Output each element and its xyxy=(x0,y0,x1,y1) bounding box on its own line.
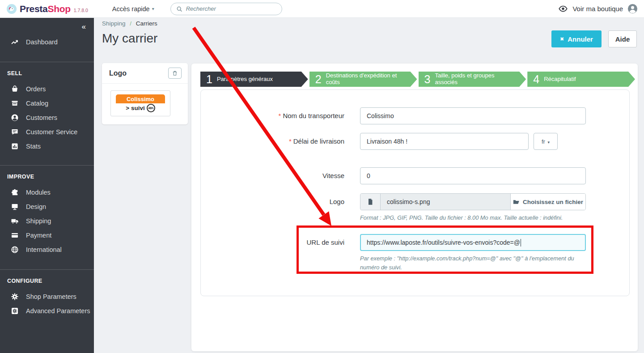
sidebar-item-label: Advanced Parameters xyxy=(26,307,90,315)
sidebar-item-design[interactable]: Design xyxy=(0,200,94,214)
wizard-step-1-general-settings[interactable]: 1 Paramètres généraux xyxy=(200,72,308,87)
sidebar-item-stats[interactable]: Stats xyxy=(0,139,94,153)
step-label: Destinations d'expédition et coûts xyxy=(326,72,404,86)
breadcrumb: Shipping / Carriers xyxy=(102,20,157,27)
sidebar-section-improve: IMPROVE xyxy=(0,166,94,185)
sidebar-item-label: Shop Parameters xyxy=(26,293,76,300)
language-selector-button[interactable]: fr ▾ xyxy=(534,133,558,150)
breadcrumb-carriers[interactable]: Carriers xyxy=(136,20,157,27)
speed-label: Vitesse xyxy=(200,172,344,179)
sidebar-item-label: Payment xyxy=(26,232,51,239)
sidebar-item-modules[interactable]: Modules xyxy=(0,185,94,200)
prestashop-logo[interactable]: PrestaShop 1.7.8.0 xyxy=(6,4,88,14)
file-icon xyxy=(367,198,374,205)
sidebar-item-label: International xyxy=(26,246,62,253)
sidebar-item-label: Stats xyxy=(26,143,41,150)
sidebar-item-label: Orders xyxy=(26,85,46,93)
tracking-url-label: URL de suivi xyxy=(200,238,344,246)
colissimo-48h-badge: 48h xyxy=(147,104,155,112)
view-shop-link[interactable]: Voir ma boutique xyxy=(572,5,623,13)
step-number: 2 xyxy=(315,72,322,87)
store-icon xyxy=(11,99,19,107)
bar-chart-icon xyxy=(11,142,19,150)
logo-card-title: Logo xyxy=(109,69,127,77)
logo-help-text: Format : JPG, GIF, PNG. Taille du fichie… xyxy=(360,213,588,222)
basket-icon xyxy=(11,85,19,93)
logo-filename: colissimo-s.png xyxy=(381,194,510,210)
wizard-step-2-shipping-destinations[interactable]: 2 Destinations d'expédition et coûts xyxy=(309,72,417,87)
transit-time-input[interactable] xyxy=(360,133,529,150)
chevron-down-icon: ▾ xyxy=(548,140,550,145)
puzzle-icon xyxy=(11,188,19,196)
carrier-logo-preview: Colissimo > suivi 48h xyxy=(110,90,170,116)
speed-input[interactable] xyxy=(360,167,586,184)
choose-file-button[interactable]: Choisissez un fichier xyxy=(510,194,585,210)
logo-file-input: colissimo-s.png Choisissez un fichier xyxy=(360,193,586,210)
gear-square-icon xyxy=(11,307,19,315)
step-number: 4 xyxy=(533,72,539,87)
global-search[interactable] xyxy=(170,3,282,15)
sidebar-item-label: Modules xyxy=(26,189,51,196)
cancel-button[interactable]: ✖ Annuler xyxy=(551,30,602,47)
wizard-step-4-summary[interactable]: 4 Récapitulatif xyxy=(527,72,635,87)
sidebar: « Dashboard SELL Orders Catalog Customer… xyxy=(0,18,94,353)
sidebar-item-label: Design xyxy=(26,203,46,210)
sidebar-item-dashboard[interactable]: Dashboard xyxy=(0,33,94,51)
text-cursor xyxy=(521,239,521,247)
wizard-step-3-size-weight-groups[interactable]: 3 Taille, poids et groupes associés xyxy=(419,72,526,87)
top-header: PrestaShop 1.7.8.0 Accès rapide ▾ Voir m… xyxy=(0,0,644,18)
sidebar-item-customer-service[interactable]: Customer Service xyxy=(0,125,94,139)
colissimo-logo-title: Colissimo xyxy=(116,94,165,103)
file-icon-cell xyxy=(360,194,381,210)
monitor-icon xyxy=(11,203,19,211)
tracking-url-value: https://www.laposte.fr/outils/suivre-vos… xyxy=(367,239,520,246)
carrier-name-label: *Nom du transporteur xyxy=(200,112,344,119)
carrier-name-input[interactable] xyxy=(360,107,586,124)
step-number: 3 xyxy=(424,72,431,87)
logo-card: Logo Colissimo > suivi 48h xyxy=(102,63,188,124)
sidebar-item-label: Catalog xyxy=(26,100,48,107)
breadcrumb-shipping[interactable]: Shipping xyxy=(102,20,126,27)
step-label: Paramètres généraux xyxy=(217,76,273,83)
version-label: 1.7.8.0 xyxy=(74,8,88,13)
sidebar-item-payment[interactable]: Payment xyxy=(0,228,94,242)
quick-access-dropdown[interactable]: Accès rapide ▾ xyxy=(112,5,154,13)
tracking-url-help-text: Par exemple : "http://example.com/track.… xyxy=(360,254,588,272)
user-avatar-icon[interactable] xyxy=(627,4,638,14)
truck-icon xyxy=(11,217,19,225)
prestashop-logo-icon xyxy=(6,4,17,14)
sidebar-item-orders[interactable]: Orders xyxy=(0,82,94,96)
sidebar-item-customers[interactable]: Customers xyxy=(0,111,94,125)
eye-icon xyxy=(558,5,568,12)
sidebar-item-shipping[interactable]: Shipping xyxy=(0,214,94,228)
chevron-down-icon: ▾ xyxy=(152,6,154,11)
sidebar-item-advanced-parameters[interactable]: Advanced Parameters xyxy=(0,304,94,318)
sidebar-item-shop-parameters[interactable]: Shop Parameters xyxy=(0,289,94,304)
search-input[interactable] xyxy=(186,5,276,12)
brand-wordmark: PrestaShop xyxy=(20,4,71,14)
delete-logo-button[interactable] xyxy=(168,68,182,79)
x-icon: ✖ xyxy=(560,36,564,42)
colissimo-logo-subtitle: > suivi xyxy=(126,105,144,111)
sidebar-item-international[interactable]: International xyxy=(0,242,94,257)
required-mark: * xyxy=(279,112,281,119)
logo-field-label: Logo xyxy=(200,198,344,205)
choose-file-label: Choisissez un fichier xyxy=(523,199,583,205)
chat-icon xyxy=(11,128,19,136)
page-title: My carrier xyxy=(102,31,157,46)
credit-card-icon xyxy=(11,231,19,239)
gear-icon xyxy=(11,293,19,301)
folder-open-icon xyxy=(513,199,520,205)
tracking-url-input[interactable]: https://www.laposte.fr/outils/suivre-vos… xyxy=(360,234,586,251)
trending-up-icon xyxy=(11,38,19,46)
transit-time-label: *Délai de livraison xyxy=(200,137,344,145)
step-label: Récapitulatif xyxy=(544,76,576,83)
collapse-sidebar-icon[interactable]: « xyxy=(82,22,85,31)
sidebar-item-label: Shipping xyxy=(26,217,51,225)
trash-icon xyxy=(172,70,178,77)
globe-icon xyxy=(11,246,19,254)
language-label: fr xyxy=(542,138,545,145)
help-button[interactable]: Aide xyxy=(608,30,637,47)
sidebar-item-catalog[interactable]: Catalog xyxy=(0,96,94,111)
cancel-label: Annuler xyxy=(568,35,593,43)
